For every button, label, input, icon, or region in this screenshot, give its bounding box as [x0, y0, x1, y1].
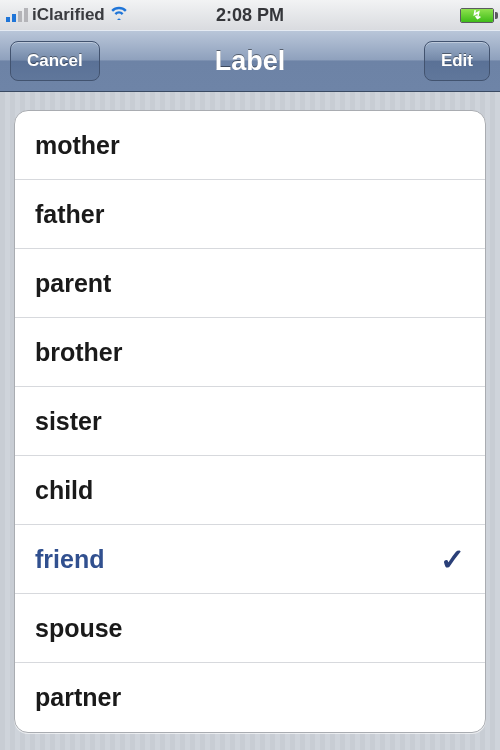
list-item[interactable]: father: [15, 180, 485, 249]
status-time: 2:08 PM: [216, 5, 284, 26]
list-item[interactable]: child: [15, 456, 485, 525]
list-item[interactable]: mother: [15, 111, 485, 180]
label-text: parent: [35, 269, 111, 298]
status-right: ↯: [460, 8, 494, 23]
list-item-selected[interactable]: friend ✓: [15, 525, 485, 594]
checkmark-icon: ✓: [440, 542, 465, 577]
label-text: partner: [35, 683, 121, 712]
cancel-button[interactable]: Cancel: [10, 41, 100, 81]
edit-button[interactable]: Edit: [424, 41, 490, 81]
label-text: friend: [35, 545, 104, 574]
edit-button-label: Edit: [441, 51, 473, 71]
list-item[interactable]: brother: [15, 318, 485, 387]
status-left: iClarified: [6, 5, 129, 25]
charging-bolt-icon: ↯: [472, 9, 482, 21]
cancel-button-label: Cancel: [27, 51, 83, 71]
list-item[interactable]: spouse: [15, 594, 485, 663]
label-text: sister: [35, 407, 102, 436]
content-area: mother father parent brother sister chil…: [0, 92, 500, 750]
label-text: mother: [35, 131, 120, 160]
label-text: brother: [35, 338, 123, 367]
signal-bars-icon: [6, 8, 28, 22]
label-text: father: [35, 200, 104, 229]
list-item[interactable]: partner: [15, 663, 485, 732]
page-title: Label: [215, 46, 286, 77]
battery-icon: ↯: [460, 8, 494, 23]
label-text: spouse: [35, 614, 123, 643]
status-bar: iClarified 2:08 PM ↯: [0, 0, 500, 30]
nav-bar: Cancel Label Edit: [0, 30, 500, 92]
wifi-icon: [109, 5, 129, 25]
list-item[interactable]: sister: [15, 387, 485, 456]
list-item[interactable]: parent: [15, 249, 485, 318]
carrier-label: iClarified: [32, 5, 105, 25]
label-text: child: [35, 476, 93, 505]
label-table: mother father parent brother sister chil…: [14, 110, 486, 733]
